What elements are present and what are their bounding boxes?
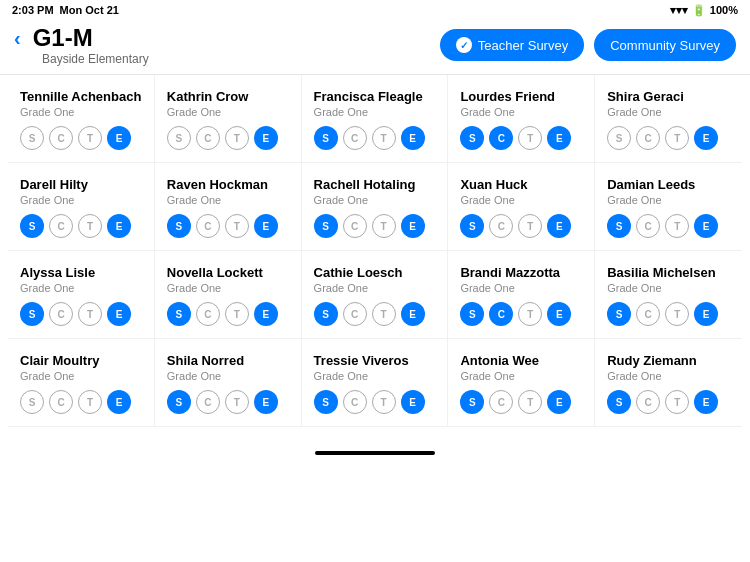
- badge-t[interactable]: T: [518, 214, 542, 238]
- badge-t[interactable]: T: [665, 390, 689, 414]
- badge-t[interactable]: T: [372, 390, 396, 414]
- badge-s[interactable]: S: [167, 390, 191, 414]
- badge-e[interactable]: E: [694, 302, 718, 326]
- badge-s[interactable]: S: [20, 302, 44, 326]
- student-card[interactable]: Damian LeedsGrade OneSCTE: [595, 163, 742, 251]
- badge-t[interactable]: T: [518, 302, 542, 326]
- badge-s[interactable]: S: [460, 126, 484, 150]
- student-card[interactable]: Tressie ViverosGrade OneSCTE: [302, 339, 449, 427]
- badge-e[interactable]: E: [107, 126, 131, 150]
- badge-c[interactable]: C: [489, 214, 513, 238]
- badge-e[interactable]: E: [694, 126, 718, 150]
- student-card[interactable]: Kathrin CrowGrade OneSCTE: [155, 75, 302, 163]
- badge-s[interactable]: S: [607, 302, 631, 326]
- student-card[interactable]: Lourdes FriendGrade OneSCTE: [448, 75, 595, 163]
- badge-t[interactable]: T: [78, 302, 102, 326]
- student-card[interactable]: Xuan HuckGrade OneSCTE: [448, 163, 595, 251]
- badge-c[interactable]: C: [489, 390, 513, 414]
- student-card[interactable]: Brandi MazzottaGrade OneSCTE: [448, 251, 595, 339]
- badge-s[interactable]: S: [607, 390, 631, 414]
- community-survey-button[interactable]: Community Survey: [594, 29, 736, 61]
- badge-e[interactable]: E: [401, 302, 425, 326]
- badge-c[interactable]: C: [196, 214, 220, 238]
- badge-c[interactable]: C: [196, 302, 220, 326]
- badge-e[interactable]: E: [401, 126, 425, 150]
- badge-c[interactable]: C: [343, 214, 367, 238]
- badge-s[interactable]: S: [20, 126, 44, 150]
- badge-s[interactable]: S: [607, 126, 631, 150]
- badge-c[interactable]: C: [343, 302, 367, 326]
- badge-t[interactable]: T: [665, 214, 689, 238]
- student-card[interactable]: Shila NorredGrade OneSCTE: [155, 339, 302, 427]
- badge-t[interactable]: T: [225, 214, 249, 238]
- student-card[interactable]: Clair MoultryGrade OneSCTE: [8, 339, 155, 427]
- badge-t[interactable]: T: [372, 126, 396, 150]
- badge-s[interactable]: S: [20, 214, 44, 238]
- badge-e[interactable]: E: [547, 390, 571, 414]
- badge-e[interactable]: E: [254, 302, 278, 326]
- student-card[interactable]: Francisca FleagleGrade OneSCTE: [302, 75, 449, 163]
- student-card[interactable]: Basilia MichelsenGrade OneSCTE: [595, 251, 742, 339]
- badge-e[interactable]: E: [401, 390, 425, 414]
- badge-c[interactable]: C: [49, 214, 73, 238]
- student-card[interactable]: Tennille AchenbachGrade OneSCTE: [8, 75, 155, 163]
- student-card[interactable]: Cathie LoeschGrade OneSCTE: [302, 251, 449, 339]
- badge-c[interactable]: C: [636, 214, 660, 238]
- badge-t[interactable]: T: [225, 302, 249, 326]
- badge-e[interactable]: E: [107, 302, 131, 326]
- badge-c[interactable]: C: [49, 126, 73, 150]
- student-card[interactable]: Darell HiltyGrade OneSCTE: [8, 163, 155, 251]
- badge-t[interactable]: T: [372, 214, 396, 238]
- student-card[interactable]: Raven HockmanGrade OneSCTE: [155, 163, 302, 251]
- badge-s[interactable]: S: [20, 390, 44, 414]
- badge-e[interactable]: E: [254, 214, 278, 238]
- badge-s[interactable]: S: [314, 214, 338, 238]
- badge-t[interactable]: T: [665, 302, 689, 326]
- badge-c[interactable]: C: [343, 390, 367, 414]
- student-card[interactable]: Shira GeraciGrade OneSCTE: [595, 75, 742, 163]
- badge-s[interactable]: S: [460, 390, 484, 414]
- badge-s[interactable]: S: [460, 302, 484, 326]
- back-button[interactable]: ‹: [14, 27, 21, 50]
- badge-c[interactable]: C: [196, 126, 220, 150]
- badge-c[interactable]: C: [636, 126, 660, 150]
- student-card[interactable]: Alyssa LisleGrade OneSCTE: [8, 251, 155, 339]
- badge-t[interactable]: T: [665, 126, 689, 150]
- badge-s[interactable]: S: [460, 214, 484, 238]
- badge-s[interactable]: S: [314, 302, 338, 326]
- badge-c[interactable]: C: [489, 302, 513, 326]
- badge-t[interactable]: T: [225, 126, 249, 150]
- badge-e[interactable]: E: [254, 390, 278, 414]
- badge-e[interactable]: E: [547, 214, 571, 238]
- badge-e[interactable]: E: [107, 390, 131, 414]
- badge-e[interactable]: E: [547, 302, 571, 326]
- badge-t[interactable]: T: [78, 126, 102, 150]
- badge-t[interactable]: T: [78, 214, 102, 238]
- badge-s[interactable]: S: [314, 390, 338, 414]
- badge-e[interactable]: E: [107, 214, 131, 238]
- badge-c[interactable]: C: [489, 126, 513, 150]
- badge-s[interactable]: S: [607, 214, 631, 238]
- badge-c[interactable]: C: [636, 390, 660, 414]
- badge-t[interactable]: T: [78, 390, 102, 414]
- badge-t[interactable]: T: [372, 302, 396, 326]
- badge-e[interactable]: E: [254, 126, 278, 150]
- badge-t[interactable]: T: [225, 390, 249, 414]
- badge-e[interactable]: E: [694, 214, 718, 238]
- student-card[interactable]: Antonia WeeGrade OneSCTE: [448, 339, 595, 427]
- badge-e[interactable]: E: [401, 214, 425, 238]
- badge-c[interactable]: C: [196, 390, 220, 414]
- badge-s[interactable]: S: [167, 126, 191, 150]
- badge-e[interactable]: E: [694, 390, 718, 414]
- badge-c[interactable]: C: [49, 390, 73, 414]
- student-card[interactable]: Novella LockettGrade OneSCTE: [155, 251, 302, 339]
- badge-c[interactable]: C: [49, 302, 73, 326]
- badge-c[interactable]: C: [636, 302, 660, 326]
- student-card[interactable]: Rachell HotalingGrade OneSCTE: [302, 163, 449, 251]
- badge-e[interactable]: E: [547, 126, 571, 150]
- badge-s[interactable]: S: [167, 214, 191, 238]
- badge-s[interactable]: S: [167, 302, 191, 326]
- teacher-survey-button[interactable]: ✓ Teacher Survey: [440, 29, 584, 61]
- badge-c[interactable]: C: [343, 126, 367, 150]
- student-card[interactable]: Rudy ZiemannGrade OneSCTE: [595, 339, 742, 427]
